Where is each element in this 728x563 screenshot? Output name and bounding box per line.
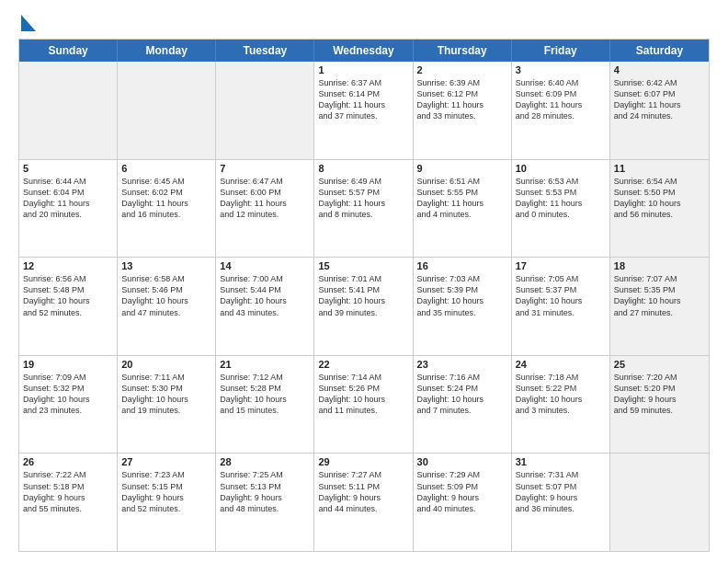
calendar-day-22: 22Sunrise: 7:14 AM Sunset: 5:26 PM Dayli…: [314, 356, 413, 454]
day-number: 16: [417, 260, 507, 271]
calendar-day-10: 10Sunrise: 6:53 AM Sunset: 5:53 PM Dayli…: [512, 160, 610, 258]
day-info: Sunrise: 7:00 AM Sunset: 5:44 PM Dayligh…: [220, 273, 310, 318]
calendar-day-1: 1Sunrise: 6:37 AM Sunset: 6:14 PM Daylig…: [314, 62, 413, 159]
calendar-week-3: 12Sunrise: 6:56 AM Sunset: 5:48 PM Dayli…: [19, 258, 709, 356]
calendar-day-17: 17Sunrise: 7:05 AM Sunset: 5:37 PM Dayli…: [512, 258, 610, 355]
day-number: 24: [516, 359, 606, 370]
day-number: 31: [516, 456, 606, 467]
day-info: Sunrise: 7:31 AM Sunset: 5:07 PM Dayligh…: [516, 469, 606, 514]
day-number: 3: [516, 64, 606, 75]
day-info: Sunrise: 6:49 AM Sunset: 5:57 PM Dayligh…: [318, 176, 408, 221]
day-header-saturday: Saturday: [610, 40, 709, 62]
day-number: 21: [220, 359, 310, 370]
day-info: Sunrise: 6:45 AM Sunset: 6:02 PM Dayligh…: [121, 176, 211, 221]
calendar-empty-cell: [610, 454, 709, 551]
day-info: Sunrise: 6:44 AM Sunset: 6:04 PM Dayligh…: [23, 176, 113, 221]
calendar-day-13: 13Sunrise: 6:58 AM Sunset: 5:46 PM Dayli…: [118, 258, 216, 355]
day-info: Sunrise: 6:40 AM Sunset: 6:09 PM Dayligh…: [516, 77, 606, 122]
day-info: Sunrise: 7:29 AM Sunset: 5:09 PM Dayligh…: [417, 469, 507, 514]
day-info: Sunrise: 6:39 AM Sunset: 6:12 PM Dayligh…: [417, 77, 507, 122]
day-number: 6: [121, 163, 211, 174]
calendar-empty-cell: [118, 62, 216, 159]
day-info: Sunrise: 7:12 AM Sunset: 5:28 PM Dayligh…: [220, 372, 310, 417]
calendar-day-23: 23Sunrise: 7:16 AM Sunset: 5:24 PM Dayli…: [414, 356, 512, 454]
day-number: 7: [220, 163, 310, 174]
day-info: Sunrise: 7:27 AM Sunset: 5:11 PM Dayligh…: [318, 469, 408, 514]
day-info: Sunrise: 6:51 AM Sunset: 5:55 PM Dayligh…: [417, 176, 507, 221]
day-header-tuesday: Tuesday: [216, 40, 314, 62]
day-number: 5: [23, 163, 113, 174]
day-number: 10: [516, 163, 606, 174]
day-number: 30: [417, 456, 507, 467]
calendar-day-31: 31Sunrise: 7:31 AM Sunset: 5:07 PM Dayli…: [512, 454, 610, 551]
calendar-day-11: 11Sunrise: 6:54 AM Sunset: 5:50 PM Dayli…: [610, 160, 709, 258]
logo-triangle-icon: [21, 15, 36, 31]
calendar-week-1: 1Sunrise: 6:37 AM Sunset: 6:14 PM Daylig…: [19, 62, 709, 160]
day-header-monday: Monday: [118, 40, 216, 62]
calendar-day-14: 14Sunrise: 7:00 AM Sunset: 5:44 PM Dayli…: [216, 258, 314, 355]
calendar-day-25: 25Sunrise: 7:20 AM Sunset: 5:20 PM Dayli…: [610, 356, 709, 454]
calendar-body: 1Sunrise: 6:37 AM Sunset: 6:14 PM Daylig…: [19, 62, 709, 551]
day-info: Sunrise: 7:01 AM Sunset: 5:41 PM Dayligh…: [318, 273, 408, 318]
day-info: Sunrise: 7:05 AM Sunset: 5:37 PM Dayligh…: [516, 273, 606, 318]
day-info: Sunrise: 6:54 AM Sunset: 5:50 PM Dayligh…: [614, 176, 705, 221]
calendar-day-19: 19Sunrise: 7:09 AM Sunset: 5:32 PM Dayli…: [19, 356, 118, 454]
day-number: 20: [121, 359, 211, 370]
day-number: 29: [318, 456, 408, 467]
calendar: SundayMondayTuesdayWednesdayThursdayFrid…: [18, 39, 710, 552]
day-info: Sunrise: 7:25 AM Sunset: 5:13 PM Dayligh…: [220, 469, 310, 514]
day-number: 4: [614, 64, 705, 75]
day-number: 14: [220, 260, 310, 271]
calendar-day-8: 8Sunrise: 6:49 AM Sunset: 5:57 PM Daylig…: [314, 160, 413, 258]
day-number: 11: [614, 163, 705, 174]
day-number: 23: [417, 359, 507, 370]
day-header-friday: Friday: [512, 40, 610, 62]
logo: [18, 15, 36, 31]
day-info: Sunrise: 7:07 AM Sunset: 5:35 PM Dayligh…: [614, 273, 705, 318]
day-info: Sunrise: 6:47 AM Sunset: 6:00 PM Dayligh…: [220, 176, 310, 221]
day-info: Sunrise: 7:14 AM Sunset: 5:26 PM Dayligh…: [318, 372, 408, 417]
day-number: 1: [318, 64, 408, 75]
day-info: Sunrise: 7:18 AM Sunset: 5:22 PM Dayligh…: [516, 372, 606, 417]
calendar-week-2: 5Sunrise: 6:44 AM Sunset: 6:04 PM Daylig…: [19, 160, 709, 259]
day-number: 9: [417, 163, 507, 174]
day-info: Sunrise: 6:58 AM Sunset: 5:46 PM Dayligh…: [121, 273, 211, 318]
day-number: 19: [23, 359, 113, 370]
day-number: 26: [23, 456, 113, 467]
day-number: 15: [318, 260, 408, 271]
calendar-day-9: 9Sunrise: 6:51 AM Sunset: 5:55 PM Daylig…: [414, 160, 512, 258]
calendar-day-20: 20Sunrise: 7:11 AM Sunset: 5:30 PM Dayli…: [118, 356, 216, 454]
day-info: Sunrise: 7:16 AM Sunset: 5:24 PM Dayligh…: [417, 372, 507, 417]
calendar-day-26: 26Sunrise: 7:22 AM Sunset: 5:18 PM Dayli…: [19, 454, 118, 551]
day-number: 25: [614, 359, 705, 370]
calendar-day-28: 28Sunrise: 7:25 AM Sunset: 5:13 PM Dayli…: [216, 454, 314, 551]
page: SundayMondayTuesdayWednesdayThursdayFrid…: [0, 0, 728, 563]
calendar-day-18: 18Sunrise: 7:07 AM Sunset: 5:35 PM Dayli…: [610, 258, 709, 355]
calendar-day-24: 24Sunrise: 7:18 AM Sunset: 5:22 PM Dayli…: [512, 356, 610, 454]
day-info: Sunrise: 6:37 AM Sunset: 6:14 PM Dayligh…: [318, 77, 408, 122]
calendar-day-6: 6Sunrise: 6:45 AM Sunset: 6:02 PM Daylig…: [118, 160, 216, 258]
calendar-day-30: 30Sunrise: 7:29 AM Sunset: 5:09 PM Dayli…: [414, 454, 512, 551]
calendar-day-7: 7Sunrise: 6:47 AM Sunset: 6:00 PM Daylig…: [216, 160, 314, 258]
day-info: Sunrise: 7:03 AM Sunset: 5:39 PM Dayligh…: [417, 273, 507, 318]
calendar-empty-cell: [216, 62, 314, 159]
day-info: Sunrise: 7:20 AM Sunset: 5:20 PM Dayligh…: [614, 372, 705, 417]
calendar-day-16: 16Sunrise: 7:03 AM Sunset: 5:39 PM Dayli…: [414, 258, 512, 355]
calendar-day-21: 21Sunrise: 7:12 AM Sunset: 5:28 PM Dayli…: [216, 356, 314, 454]
header: [18, 15, 710, 31]
calendar-empty-cell: [19, 62, 118, 159]
day-info: Sunrise: 6:42 AM Sunset: 6:07 PM Dayligh…: [614, 77, 705, 122]
day-number: 13: [121, 260, 211, 271]
day-info: Sunrise: 7:09 AM Sunset: 5:32 PM Dayligh…: [23, 372, 113, 417]
day-number: 27: [121, 456, 211, 467]
calendar-day-3: 3Sunrise: 6:40 AM Sunset: 6:09 PM Daylig…: [512, 62, 610, 159]
day-number: 2: [417, 64, 507, 75]
day-number: 28: [220, 456, 310, 467]
day-number: 12: [23, 260, 113, 271]
day-header-thursday: Thursday: [414, 40, 512, 62]
day-info: Sunrise: 6:53 AM Sunset: 5:53 PM Dayligh…: [516, 176, 606, 221]
calendar-day-29: 29Sunrise: 7:27 AM Sunset: 5:11 PM Dayli…: [314, 454, 413, 551]
day-info: Sunrise: 7:23 AM Sunset: 5:15 PM Dayligh…: [121, 469, 211, 514]
day-number: 17: [516, 260, 606, 271]
day-header-wednesday: Wednesday: [314, 40, 413, 62]
